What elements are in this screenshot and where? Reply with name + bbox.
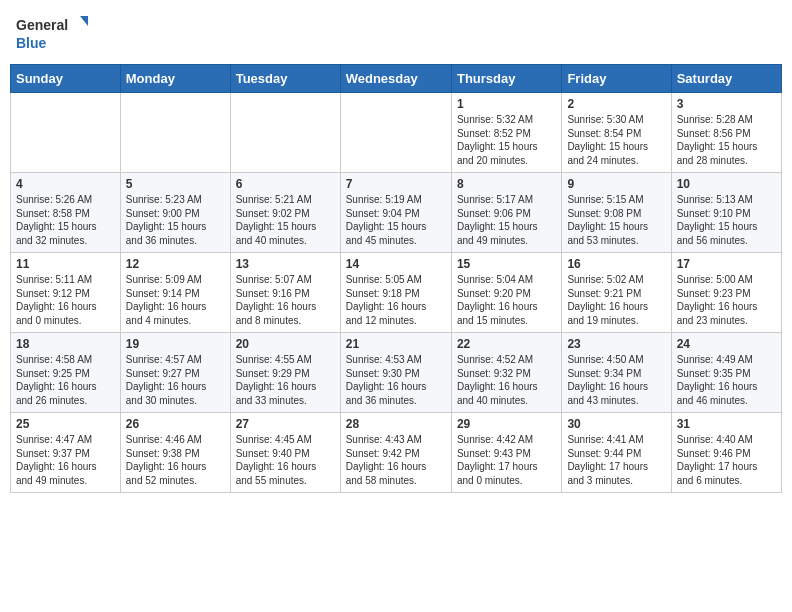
calendar-cell: 25Sunrise: 4:47 AM Sunset: 9:37 PM Dayli… <box>11 413 121 493</box>
page-header: GeneralBlue <box>10 10 782 58</box>
day-info: Sunrise: 4:50 AM Sunset: 9:34 PM Dayligh… <box>567 353 665 407</box>
calendar-cell: 1Sunrise: 5:32 AM Sunset: 8:52 PM Daylig… <box>451 93 561 173</box>
calendar-week-row: 18Sunrise: 4:58 AM Sunset: 9:25 PM Dayli… <box>11 333 782 413</box>
day-info: Sunrise: 5:28 AM Sunset: 8:56 PM Dayligh… <box>677 113 776 167</box>
calendar-week-row: 1Sunrise: 5:32 AM Sunset: 8:52 PM Daylig… <box>11 93 782 173</box>
day-number: 22 <box>457 337 556 351</box>
calendar-cell: 6Sunrise: 5:21 AM Sunset: 9:02 PM Daylig… <box>230 173 340 253</box>
day-info: Sunrise: 5:23 AM Sunset: 9:00 PM Dayligh… <box>126 193 225 247</box>
day-number: 18 <box>16 337 115 351</box>
day-number: 20 <box>236 337 335 351</box>
calendar-cell: 15Sunrise: 5:04 AM Sunset: 9:20 PM Dayli… <box>451 253 561 333</box>
calendar-cell: 2Sunrise: 5:30 AM Sunset: 8:54 PM Daylig… <box>562 93 671 173</box>
calendar-cell: 23Sunrise: 4:50 AM Sunset: 9:34 PM Dayli… <box>562 333 671 413</box>
day-info: Sunrise: 5:09 AM Sunset: 9:14 PM Dayligh… <box>126 273 225 327</box>
calendar-cell: 12Sunrise: 5:09 AM Sunset: 9:14 PM Dayli… <box>120 253 230 333</box>
day-number: 24 <box>677 337 776 351</box>
logo: GeneralBlue <box>16 14 106 54</box>
day-number: 1 <box>457 97 556 111</box>
day-number: 4 <box>16 177 115 191</box>
day-number: 27 <box>236 417 335 431</box>
calendar-cell <box>120 93 230 173</box>
day-number: 10 <box>677 177 776 191</box>
day-info: Sunrise: 5:30 AM Sunset: 8:54 PM Dayligh… <box>567 113 665 167</box>
day-info: Sunrise: 4:41 AM Sunset: 9:44 PM Dayligh… <box>567 433 665 487</box>
day-info: Sunrise: 4:40 AM Sunset: 9:46 PM Dayligh… <box>677 433 776 487</box>
svg-marker-1 <box>80 16 88 26</box>
calendar-cell: 22Sunrise: 4:52 AM Sunset: 9:32 PM Dayli… <box>451 333 561 413</box>
day-number: 28 <box>346 417 446 431</box>
day-number: 14 <box>346 257 446 271</box>
day-number: 29 <box>457 417 556 431</box>
day-number: 21 <box>346 337 446 351</box>
logo-svg: GeneralBlue <box>16 14 106 54</box>
day-number: 9 <box>567 177 665 191</box>
day-info: Sunrise: 5:26 AM Sunset: 8:58 PM Dayligh… <box>16 193 115 247</box>
calendar-cell: 29Sunrise: 4:42 AM Sunset: 9:43 PM Dayli… <box>451 413 561 493</box>
calendar-cell: 4Sunrise: 5:26 AM Sunset: 8:58 PM Daylig… <box>11 173 121 253</box>
calendar-cell: 7Sunrise: 5:19 AM Sunset: 9:04 PM Daylig… <box>340 173 451 253</box>
day-number: 11 <box>16 257 115 271</box>
day-info: Sunrise: 4:45 AM Sunset: 9:40 PM Dayligh… <box>236 433 335 487</box>
day-info: Sunrise: 4:57 AM Sunset: 9:27 PM Dayligh… <box>126 353 225 407</box>
calendar-cell: 17Sunrise: 5:00 AM Sunset: 9:23 PM Dayli… <box>671 253 781 333</box>
calendar-cell: 8Sunrise: 5:17 AM Sunset: 9:06 PM Daylig… <box>451 173 561 253</box>
calendar-cell: 26Sunrise: 4:46 AM Sunset: 9:38 PM Dayli… <box>120 413 230 493</box>
day-info: Sunrise: 4:43 AM Sunset: 9:42 PM Dayligh… <box>346 433 446 487</box>
calendar-cell: 20Sunrise: 4:55 AM Sunset: 9:29 PM Dayli… <box>230 333 340 413</box>
calendar-cell <box>230 93 340 173</box>
day-number: 16 <box>567 257 665 271</box>
day-info: Sunrise: 4:58 AM Sunset: 9:25 PM Dayligh… <box>16 353 115 407</box>
svg-text:General: General <box>16 17 68 33</box>
calendar-cell: 5Sunrise: 5:23 AM Sunset: 9:00 PM Daylig… <box>120 173 230 253</box>
day-info: Sunrise: 5:19 AM Sunset: 9:04 PM Dayligh… <box>346 193 446 247</box>
col-header-tuesday: Tuesday <box>230 65 340 93</box>
calendar-cell <box>340 93 451 173</box>
col-header-friday: Friday <box>562 65 671 93</box>
day-info: Sunrise: 5:07 AM Sunset: 9:16 PM Dayligh… <box>236 273 335 327</box>
day-number: 30 <box>567 417 665 431</box>
svg-text:Blue: Blue <box>16 35 47 51</box>
day-info: Sunrise: 4:55 AM Sunset: 9:29 PM Dayligh… <box>236 353 335 407</box>
col-header-wednesday: Wednesday <box>340 65 451 93</box>
calendar-cell: 10Sunrise: 5:13 AM Sunset: 9:10 PM Dayli… <box>671 173 781 253</box>
day-number: 31 <box>677 417 776 431</box>
calendar-cell: 30Sunrise: 4:41 AM Sunset: 9:44 PM Dayli… <box>562 413 671 493</box>
calendar-cell: 3Sunrise: 5:28 AM Sunset: 8:56 PM Daylig… <box>671 93 781 173</box>
day-info: Sunrise: 4:49 AM Sunset: 9:35 PM Dayligh… <box>677 353 776 407</box>
calendar-cell: 9Sunrise: 5:15 AM Sunset: 9:08 PM Daylig… <box>562 173 671 253</box>
calendar-cell: 14Sunrise: 5:05 AM Sunset: 9:18 PM Dayli… <box>340 253 451 333</box>
day-info: Sunrise: 5:11 AM Sunset: 9:12 PM Dayligh… <box>16 273 115 327</box>
calendar-cell: 24Sunrise: 4:49 AM Sunset: 9:35 PM Dayli… <box>671 333 781 413</box>
col-header-monday: Monday <box>120 65 230 93</box>
day-info: Sunrise: 5:02 AM Sunset: 9:21 PM Dayligh… <box>567 273 665 327</box>
day-number: 13 <box>236 257 335 271</box>
day-info: Sunrise: 5:04 AM Sunset: 9:20 PM Dayligh… <box>457 273 556 327</box>
calendar-cell <box>11 93 121 173</box>
day-number: 17 <box>677 257 776 271</box>
col-header-sunday: Sunday <box>11 65 121 93</box>
calendar-cell: 18Sunrise: 4:58 AM Sunset: 9:25 PM Dayli… <box>11 333 121 413</box>
calendar-week-row: 11Sunrise: 5:11 AM Sunset: 9:12 PM Dayli… <box>11 253 782 333</box>
day-number: 7 <box>346 177 446 191</box>
calendar-week-row: 4Sunrise: 5:26 AM Sunset: 8:58 PM Daylig… <box>11 173 782 253</box>
col-header-thursday: Thursday <box>451 65 561 93</box>
col-header-saturday: Saturday <box>671 65 781 93</box>
calendar-cell: 16Sunrise: 5:02 AM Sunset: 9:21 PM Dayli… <box>562 253 671 333</box>
day-info: Sunrise: 4:53 AM Sunset: 9:30 PM Dayligh… <box>346 353 446 407</box>
day-info: Sunrise: 5:15 AM Sunset: 9:08 PM Dayligh… <box>567 193 665 247</box>
day-info: Sunrise: 5:17 AM Sunset: 9:06 PM Dayligh… <box>457 193 556 247</box>
calendar-week-row: 25Sunrise: 4:47 AM Sunset: 9:37 PM Dayli… <box>11 413 782 493</box>
calendar-cell: 21Sunrise: 4:53 AM Sunset: 9:30 PM Dayli… <box>340 333 451 413</box>
calendar-cell: 19Sunrise: 4:57 AM Sunset: 9:27 PM Dayli… <box>120 333 230 413</box>
day-number: 6 <box>236 177 335 191</box>
day-info: Sunrise: 5:32 AM Sunset: 8:52 PM Dayligh… <box>457 113 556 167</box>
day-info: Sunrise: 4:42 AM Sunset: 9:43 PM Dayligh… <box>457 433 556 487</box>
day-number: 26 <box>126 417 225 431</box>
calendar-cell: 28Sunrise: 4:43 AM Sunset: 9:42 PM Dayli… <box>340 413 451 493</box>
day-number: 25 <box>16 417 115 431</box>
calendar-cell: 13Sunrise: 5:07 AM Sunset: 9:16 PM Dayli… <box>230 253 340 333</box>
day-info: Sunrise: 5:13 AM Sunset: 9:10 PM Dayligh… <box>677 193 776 247</box>
day-number: 12 <box>126 257 225 271</box>
day-number: 3 <box>677 97 776 111</box>
